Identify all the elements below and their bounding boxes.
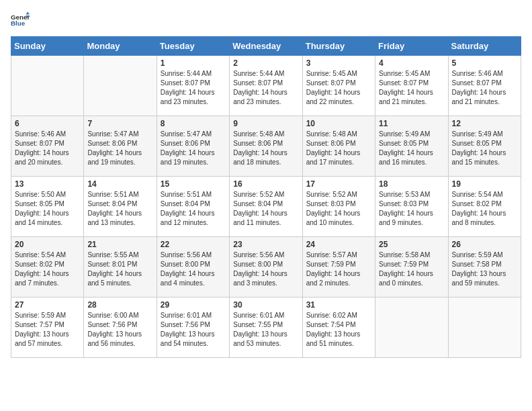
calendar-row-0: 1Sunrise: 5:44 AM Sunset: 8:07 PM Daylig… [11,56,521,116]
day-info: Sunrise: 5:46 AM Sunset: 8:07 PM Dayligh… [15,130,80,167]
calendar-cell: 29Sunrise: 6:01 AM Sunset: 7:56 PM Dayli… [157,298,229,358]
day-number: 8 [161,119,226,128]
calendar-header-row: SundayMondayTuesdayWednesdayThursdayFrid… [11,37,521,56]
day-info: Sunrise: 5:52 AM Sunset: 8:04 PM Dayligh… [233,190,298,228]
calendar-cell: 3Sunrise: 5:45 AM Sunset: 8:07 PM Daylig… [302,56,375,116]
day-info: Sunrise: 5:45 AM Sunset: 8:07 PM Dayligh… [379,69,444,107]
calendar-cell: 26Sunrise: 5:59 AM Sunset: 7:58 PM Dayli… [448,237,521,298]
calendar-cell: 11Sunrise: 5:49 AM Sunset: 8:05 PM Dayli… [375,116,448,177]
calendar-cell [448,298,521,358]
day-info: Sunrise: 5:52 AM Sunset: 8:03 PM Dayligh… [306,190,371,228]
day-info: Sunrise: 5:59 AM Sunset: 7:58 PM Dayligh… [452,250,517,288]
day-number: 10 [306,119,371,128]
calendar-cell: 27Sunrise: 5:59 AM Sunset: 7:57 PM Dayli… [11,298,84,358]
day-info: Sunrise: 5:47 AM Sunset: 8:06 PM Dayligh… [161,130,226,167]
day-info: Sunrise: 5:55 AM Sunset: 8:01 PM Dayligh… [87,250,152,288]
day-number: 25 [379,240,444,249]
day-number: 1 [161,58,226,68]
day-number: 14 [87,179,152,189]
calendar-cell: 31Sunrise: 6:02 AM Sunset: 7:54 PM Dayli… [302,298,375,358]
day-number: 16 [233,179,298,189]
calendar-cell: 30Sunrise: 6:01 AM Sunset: 7:55 PM Dayli… [230,298,302,358]
header: General Blue [11,11,521,30]
day-info: Sunrise: 5:54 AM Sunset: 8:02 PM Dayligh… [15,250,80,288]
column-header-tuesday: Tuesday [157,37,229,56]
day-number: 11 [379,119,444,128]
column-header-friday: Friday [375,37,448,56]
day-info: Sunrise: 5:48 AM Sunset: 8:06 PM Dayligh… [306,130,371,167]
calendar-cell: 14Sunrise: 5:51 AM Sunset: 8:04 PM Dayli… [84,177,157,237]
day-info: Sunrise: 5:51 AM Sunset: 8:04 PM Dayligh… [87,190,152,228]
day-number: 2 [233,58,298,68]
day-number: 13 [15,179,80,189]
day-info: Sunrise: 5:54 AM Sunset: 8:02 PM Dayligh… [452,190,517,228]
day-info: Sunrise: 5:45 AM Sunset: 8:07 PM Dayligh… [306,69,371,107]
calendar-cell: 25Sunrise: 5:58 AM Sunset: 7:59 PM Dayli… [375,237,448,298]
calendar-cell: 12Sunrise: 5:49 AM Sunset: 8:05 PM Dayli… [448,116,521,177]
day-number: 15 [161,179,226,189]
calendar-cell: 5Sunrise: 5:46 AM Sunset: 8:07 PM Daylig… [448,56,521,116]
day-number: 12 [452,119,517,128]
calendar-cell [375,298,448,358]
calendar-cell: 6Sunrise: 5:46 AM Sunset: 8:07 PM Daylig… [11,116,84,177]
calendar-row-2: 13Sunrise: 5:50 AM Sunset: 8:05 PM Dayli… [11,177,521,237]
day-number: 30 [233,300,298,310]
calendar-cell: 19Sunrise: 5:54 AM Sunset: 8:02 PM Dayli… [448,177,521,237]
calendar-cell [11,56,84,116]
day-number: 9 [233,119,298,128]
calendar-cell: 22Sunrise: 5:56 AM Sunset: 8:00 PM Dayli… [157,237,229,298]
calendar-cell: 24Sunrise: 5:57 AM Sunset: 7:59 PM Dayli… [302,237,375,298]
day-number: 20 [15,240,80,249]
day-number: 3 [306,58,371,68]
day-info: Sunrise: 6:02 AM Sunset: 7:54 PM Dayligh… [306,311,371,349]
calendar: SundayMondayTuesdayWednesdayThursdayFrid… [11,36,521,358]
day-number: 18 [379,179,444,189]
calendar-cell [84,56,157,116]
day-info: Sunrise: 5:44 AM Sunset: 8:07 PM Dayligh… [161,69,226,107]
calendar-cell: 4Sunrise: 5:45 AM Sunset: 8:07 PM Daylig… [375,56,448,116]
calendar-cell: 15Sunrise: 5:51 AM Sunset: 8:04 PM Dayli… [157,177,229,237]
day-info: Sunrise: 5:47 AM Sunset: 8:06 PM Dayligh… [87,130,152,167]
calendar-cell: 20Sunrise: 5:54 AM Sunset: 8:02 PM Dayli… [11,237,84,298]
day-number: 19 [452,179,517,189]
calendar-cell: 21Sunrise: 5:55 AM Sunset: 8:01 PM Dayli… [84,237,157,298]
calendar-cell: 28Sunrise: 6:00 AM Sunset: 7:56 PM Dayli… [84,298,157,358]
calendar-cell: 23Sunrise: 5:56 AM Sunset: 8:00 PM Dayli… [230,237,302,298]
logo-icon: General Blue [11,11,30,30]
day-info: Sunrise: 6:00 AM Sunset: 7:56 PM Dayligh… [87,311,152,349]
calendar-row-4: 27Sunrise: 5:59 AM Sunset: 7:57 PM Dayli… [11,298,521,358]
day-number: 28 [87,300,152,310]
day-info: Sunrise: 6:01 AM Sunset: 7:55 PM Dayligh… [233,311,298,349]
day-info: Sunrise: 5:46 AM Sunset: 8:07 PM Dayligh… [452,69,517,107]
day-info: Sunrise: 6:01 AM Sunset: 7:56 PM Dayligh… [161,311,226,349]
calendar-cell: 13Sunrise: 5:50 AM Sunset: 8:05 PM Dayli… [11,177,84,237]
column-header-thursday: Thursday [302,37,375,56]
calendar-cell: 17Sunrise: 5:52 AM Sunset: 8:03 PM Dayli… [302,177,375,237]
day-info: Sunrise: 5:53 AM Sunset: 8:03 PM Dayligh… [379,190,444,228]
day-info: Sunrise: 5:57 AM Sunset: 7:59 PM Dayligh… [306,250,371,288]
calendar-row-3: 20Sunrise: 5:54 AM Sunset: 8:02 PM Dayli… [11,237,521,298]
column-header-saturday: Saturday [448,37,521,56]
logo: General Blue [11,11,30,30]
day-number: 31 [306,300,371,310]
day-number: 26 [452,240,517,249]
day-info: Sunrise: 5:48 AM Sunset: 8:06 PM Dayligh… [233,130,298,167]
calendar-cell: 1Sunrise: 5:44 AM Sunset: 8:07 PM Daylig… [157,56,229,116]
day-number: 5 [452,58,517,68]
day-number: 23 [233,240,298,249]
day-info: Sunrise: 5:50 AM Sunset: 8:05 PM Dayligh… [15,190,80,228]
column-header-sunday: Sunday [11,37,84,56]
day-number: 29 [161,300,226,310]
day-info: Sunrise: 5:56 AM Sunset: 8:00 PM Dayligh… [233,250,298,288]
calendar-cell: 18Sunrise: 5:53 AM Sunset: 8:03 PM Dayli… [375,177,448,237]
day-number: 7 [87,119,152,128]
calendar-cell: 9Sunrise: 5:48 AM Sunset: 8:06 PM Daylig… [230,116,302,177]
day-info: Sunrise: 5:49 AM Sunset: 8:05 PM Dayligh… [379,130,444,167]
svg-text:Blue: Blue [11,19,26,27]
day-number: 27 [15,300,80,310]
day-number: 4 [379,58,444,68]
calendar-cell: 7Sunrise: 5:47 AM Sunset: 8:06 PM Daylig… [84,116,157,177]
day-info: Sunrise: 5:51 AM Sunset: 8:04 PM Dayligh… [161,190,226,228]
day-info: Sunrise: 5:59 AM Sunset: 7:57 PM Dayligh… [15,311,80,349]
day-number: 21 [87,240,152,249]
